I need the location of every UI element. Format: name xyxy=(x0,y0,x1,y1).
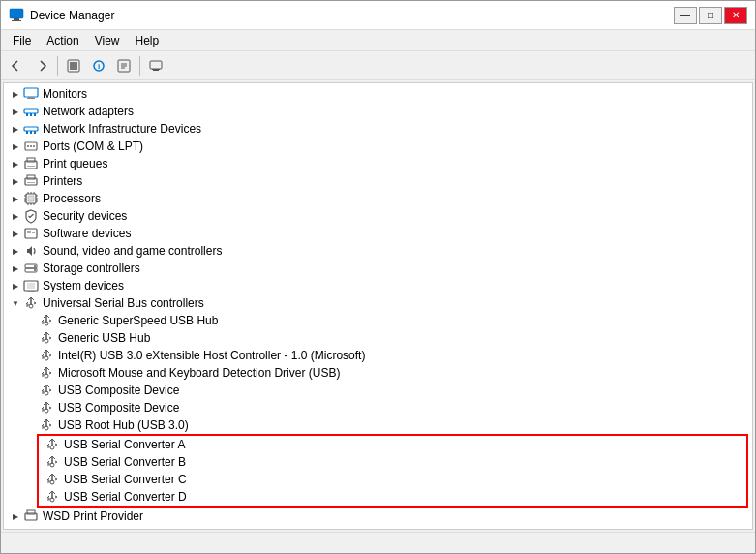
content-area: Monitors Network adapters xyxy=(1,80,755,532)
security-label: Security devices xyxy=(43,209,127,223)
toolbar-show-hidden[interactable] xyxy=(62,55,85,77)
menu-view[interactable]: View xyxy=(87,32,128,49)
tree-item-print-queues[interactable]: Print queues xyxy=(4,155,752,172)
toolbar-sep-1 xyxy=(57,56,58,76)
toolbar: i xyxy=(1,51,755,80)
generic-hub-icon xyxy=(39,330,54,346)
tree-item-software[interactable]: Software devices xyxy=(4,225,752,242)
minimize-button[interactable]: — xyxy=(674,7,697,24)
menu-bar: File Action View Help xyxy=(1,30,755,51)
tree-item-processors[interactable]: Processors xyxy=(4,190,752,207)
tree-item-storage[interactable]: Storage controllers xyxy=(4,260,752,277)
tree-item-network-adapters[interactable]: Network adapters xyxy=(4,103,752,120)
svg-rect-16 xyxy=(27,98,35,99)
superspeed-hub-label: Generic SuperSpeed USB Hub xyxy=(58,314,218,327)
ports-label: Ports (COM & LPT) xyxy=(43,139,143,153)
usb-root-hub-icon xyxy=(39,417,54,433)
ms-mouse-icon xyxy=(39,365,54,381)
system-icon xyxy=(23,278,39,293)
tree-item-usb-controllers[interactable]: Universal Serial Bus controllers xyxy=(4,294,752,312)
chevron-printers[interactable] xyxy=(8,173,23,189)
svg-rect-36 xyxy=(27,184,32,185)
usb-controllers-icon xyxy=(23,295,39,311)
status-bar xyxy=(1,532,755,553)
svg-text:i: i xyxy=(98,62,100,71)
tree-item-usb-serial-a[interactable]: USB Serial Converter A xyxy=(39,436,746,453)
chevron-processors[interactable] xyxy=(8,191,23,206)
tree-item-monitors[interactable]: Monitors xyxy=(4,85,752,103)
tree-item-wsd-print[interactable]: WSD Print Provider xyxy=(4,508,752,525)
wsd-print-icon xyxy=(23,508,39,524)
chevron-network-adapters[interactable] xyxy=(8,104,23,119)
usb-composite-2-label: USB Composite Device xyxy=(58,401,179,415)
superspeed-hub-icon xyxy=(39,313,54,328)
chevron-ports[interactable] xyxy=(8,138,23,154)
printers-icon xyxy=(23,173,39,189)
svg-rect-4 xyxy=(70,62,77,70)
tree-item-usb-serial-d[interactable]: USB Serial Converter D xyxy=(39,488,746,506)
svg-rect-24 xyxy=(34,131,36,134)
usb-serial-b-label: USB Serial Converter B xyxy=(64,455,186,469)
tree-item-printers[interactable]: Printers xyxy=(4,172,752,190)
device-manager-window: Device Manager — □ ✕ File Action View He… xyxy=(0,0,756,554)
tree-item-usb-serial-b[interactable]: USB Serial Converter B xyxy=(39,453,746,471)
usb-serial-highlight-box: USB Serial Converter A USB Serial Conve xyxy=(37,434,748,508)
svg-rect-35 xyxy=(27,182,35,183)
tree-item-ports[interactable]: Ports (COM & LPT) xyxy=(4,138,752,155)
app-icon xyxy=(9,8,24,23)
menu-help[interactable]: Help xyxy=(128,32,167,49)
chevron-print-queues[interactable] xyxy=(8,156,23,171)
chevron-usb-controllers[interactable] xyxy=(8,295,23,311)
toolbar-view-computer[interactable] xyxy=(144,55,167,77)
tree-item-usb-serial-c[interactable]: USB Serial Converter C xyxy=(39,471,746,488)
tree-panel[interactable]: Monitors Network adapters xyxy=(3,82,753,530)
title-bar: Device Manager — □ ✕ xyxy=(1,1,755,30)
network-infra-label: Network Infrastructure Devices xyxy=(43,122,201,136)
usb-serial-c-icon xyxy=(45,472,60,487)
network-adapters-icon xyxy=(23,104,39,119)
tree-item-generic-hub[interactable]: Generic USB Hub xyxy=(4,329,752,347)
chevron-wsd-print[interactable] xyxy=(8,508,23,524)
chevron-security[interactable] xyxy=(8,208,23,224)
toolbar-back[interactable] xyxy=(5,55,28,77)
system-label: System devices xyxy=(43,279,124,292)
toolbar-forward[interactable] xyxy=(30,55,53,77)
menu-action[interactable]: Action xyxy=(39,32,86,49)
tree-item-superspeed-hub[interactable]: Generic SuperSpeed USB Hub xyxy=(4,312,752,329)
toolbar-update-driver[interactable] xyxy=(112,55,136,77)
svg-rect-21 xyxy=(24,127,38,131)
usb-composite-1-label: USB Composite Device xyxy=(58,384,179,397)
chevron-system[interactable] xyxy=(8,278,23,293)
tree-item-sound[interactable]: Sound, video and game controllers xyxy=(4,242,752,260)
svg-rect-19 xyxy=(30,113,32,116)
toolbar-properties[interactable]: i xyxy=(87,55,110,77)
svg-point-27 xyxy=(30,145,32,147)
chevron-software[interactable] xyxy=(8,226,23,241)
tree-item-usb-composite-2[interactable]: USB Composite Device xyxy=(4,399,752,416)
chevron-network-infra[interactable] xyxy=(8,121,23,137)
tree-item-usb-root-hub[interactable]: USB Root Hub (USB 3.0) xyxy=(4,416,752,434)
processors-icon xyxy=(23,191,39,206)
chevron-monitors[interactable] xyxy=(8,86,23,102)
svg-rect-13 xyxy=(153,70,159,71)
svg-rect-61 xyxy=(27,291,35,292)
monitors-label: Monitors xyxy=(43,87,87,101)
storage-icon xyxy=(23,261,39,276)
maximize-button[interactable]: □ xyxy=(699,7,722,24)
svg-rect-15 xyxy=(28,97,34,98)
tree-item-network-infra[interactable]: Network Infrastructure Devices xyxy=(4,120,752,138)
tree-item-usb-composite-1[interactable]: USB Composite Device xyxy=(4,382,752,399)
software-icon xyxy=(23,226,39,241)
tree-item-security[interactable]: Security devices xyxy=(4,207,752,225)
print-queues-label: Print queues xyxy=(43,157,107,170)
tree-item-intel-usb[interactable]: Intel(R) USB 3.0 eXtensible Host Control… xyxy=(4,347,752,364)
usb-root-hub-label: USB Root Hub (USB 3.0) xyxy=(58,418,189,432)
chevron-storage[interactable] xyxy=(8,261,23,276)
chevron-sound[interactable] xyxy=(8,243,23,259)
close-button[interactable]: ✕ xyxy=(724,7,747,24)
tree-item-system[interactable]: System devices xyxy=(4,277,752,294)
menu-file[interactable]: File xyxy=(5,32,39,49)
ms-mouse-label: Microsoft Mouse and Keyboard Detection D… xyxy=(58,366,340,380)
svg-rect-32 xyxy=(27,168,32,169)
tree-item-ms-mouse[interactable]: Microsoft Mouse and Keyboard Detection D… xyxy=(4,364,752,382)
